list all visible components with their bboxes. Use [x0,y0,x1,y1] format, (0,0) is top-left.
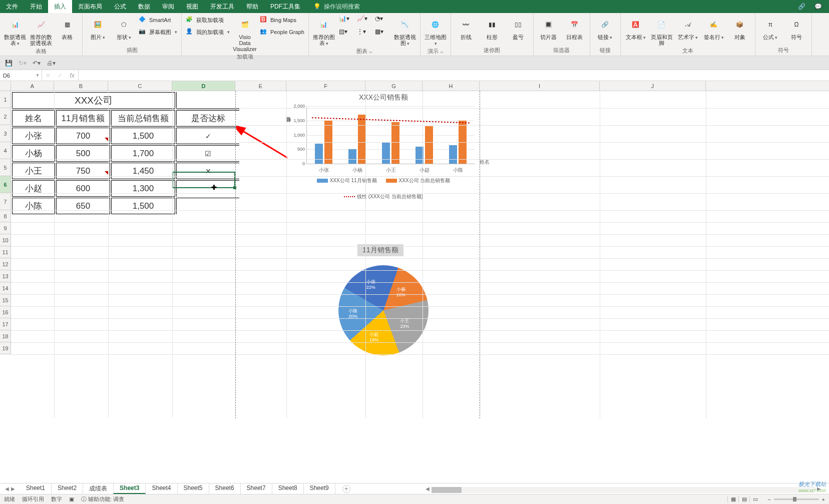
menu-tab-插入[interactable]: 插入 [48,0,72,13]
smartart-button[interactable]: 🔷SmartArt [139,15,177,25]
column-header[interactable]: A [11,81,54,91]
comment-indicator-icon[interactable] [105,138,108,141]
redo-icon[interactable]: ↻▾ [19,60,27,67]
row-header[interactable]: 8 [0,210,11,222]
get-addins-button[interactable]: 🧩获取加载项 [186,15,230,25]
column-chart-icon[interactable]: 📊▾ [339,15,354,26]
menu-tab-文件[interactable]: 文件 [0,0,24,13]
row-header[interactable]: 11 [0,246,11,258]
sparkline-winloss-button[interactable]: ▯▯盈亏 [507,15,529,40]
row-header[interactable]: 15 [0,294,11,306]
symbol-button[interactable]: Ω符号 [785,15,807,40]
pictures-button[interactable]: 🖼️图片▾ [87,15,109,41]
menu-tab-数据[interactable]: 数据 [132,0,156,13]
screenshot-button[interactable]: 📷屏幕截图▾ [139,27,177,37]
row-header[interactable]: 4 [0,142,11,159]
row-header[interactable]: 3 [0,125,11,142]
name-box[interactable]: D6▼ [0,70,42,81]
menu-tab-开发工具[interactable]: 开发工具 [204,0,240,13]
fx-icon[interactable]: fx [66,71,78,80]
sheet-tab[interactable]: Sheet5 [178,483,209,494]
sheet-tab[interactable]: Sheet8 [272,483,304,494]
row-header[interactable]: 14 [0,282,11,294]
comments-icon[interactable]: 💬 [814,3,822,10]
sparkline-line-button[interactable]: 〰️折线 [455,15,477,40]
table-button[interactable]: ▦表格 [56,15,78,40]
wordart-button[interactable]: 𝒜艺术字▾ [677,15,699,41]
column-header[interactable]: I [480,81,600,91]
save-icon[interactable]: 💾 [5,60,13,67]
recommended-charts-button[interactable]: 📊推荐的图表▾ [313,15,335,47]
sheet-tab[interactable]: Sheet2 [52,483,83,494]
recommended-pivot-button[interactable]: 📈推荐的数据透视表 [30,15,52,46]
spreadsheet-grid[interactable]: ABCDEFGHIJ 12345678910111213141516171819… [0,81,829,418]
bing-maps-button[interactable]: 🅱️Bing Maps [260,15,304,25]
row-header[interactable]: 1 [0,91,11,108]
textbox-button[interactable]: 🅰️文本框▾ [625,15,647,41]
people-graph-button[interactable]: 👥People Graph [260,27,304,37]
zoom-slider[interactable]: −+ [767,496,825,502]
row-header[interactable]: 18 [0,330,11,342]
row-header[interactable]: 2 [0,108,11,125]
undo-icon[interactable]: ↶▾ [33,60,41,67]
comment-indicator-icon[interactable] [105,171,108,175]
header-footer-button[interactable]: 📄页眉和页脚 [651,15,673,46]
row-header[interactable]: 9 [0,222,11,234]
object-button[interactable]: 📦对象 [729,15,751,40]
column-header[interactable]: E [235,81,286,91]
column-header[interactable]: G [365,81,423,91]
visio-button[interactable]: 🗂️Visio Data Visualizer [234,15,256,52]
menu-tab-PDF工具集[interactable]: PDF工具集 [264,0,306,13]
macro-record-icon[interactable]: ▣ [69,496,74,502]
tell-me-search[interactable]: 💡 操作说明搜索 [306,0,367,13]
row-header[interactable]: 16 [0,306,11,318]
horizontal-scrollbar[interactable]: ◀ ▶ [426,486,821,494]
sheet-tab[interactable]: Sheet1 [20,483,52,494]
row-header[interactable]: 19 [0,342,11,354]
row-header[interactable]: 5 [0,159,11,176]
row-header[interactable]: 10 [0,234,11,246]
treemap-icon[interactable]: ▤▾ [339,28,354,39]
surface-icon[interactable]: ▩▾ [375,28,390,39]
sheet-nav[interactable]: ◀▶ [0,486,20,491]
timeline-button[interactable]: 📅日程表 [564,15,586,40]
sheet-tab[interactable]: Sheet9 [304,483,335,494]
pivot-table-button[interactable]: 📊数据透视表▾ [4,15,26,47]
sparkline-column-button[interactable]: ▮▮柱形 [481,15,503,40]
sheet-tab[interactable]: Sheet7 [241,483,272,494]
menu-tab-公式[interactable]: 公式 [108,0,132,13]
3dmap-button[interactable]: 🌐三维地图▾ [425,15,447,47]
sheet-tab[interactable]: Sheet6 [209,483,241,494]
formula-input[interactable] [79,70,829,81]
shapes-button[interactable]: ⬠形状▾ [113,15,135,41]
column-header[interactable]: F [286,81,365,91]
menu-tab-开始[interactable]: 开始 [24,0,48,13]
accessibility-icon[interactable]: ⓘ 辅助功能: 调查 [81,495,124,503]
link-button[interactable]: 🔗链接▾ [594,15,616,41]
new-sheet-button[interactable]: + [342,485,350,493]
data-table[interactable]: XXX公司姓名11月销售额当前总销售额是否达标小张7001,500✓小杨5001… [11,91,240,215]
sheet-tab[interactable]: 成绩表 [83,483,114,494]
slicer-button[interactable]: 🔳切片器 [538,15,560,40]
menu-tab-帮助[interactable]: 帮助 [240,0,264,13]
pie-chart-icon[interactable]: ◔▾ [375,15,390,26]
column-header[interactable]: D [172,81,235,91]
pie-chart[interactable]: 11月销售额 小张22%小杨16%小王23%小赵19%小陈20% [287,239,480,357]
column-headers[interactable]: ABCDEFGHIJ [11,81,829,91]
sheet-tab[interactable]: Sheet3 [114,483,146,494]
row-header[interactable]: 6 [0,176,11,193]
sheet-tab[interactable]: Sheet4 [146,483,177,494]
my-addins-button[interactable]: 👤我的加载项▾ [186,27,230,37]
column-header[interactable]: B [54,81,108,91]
cancel-formula-icon[interactable]: ✕ [42,72,54,79]
menu-tab-视图[interactable]: 视图 [180,0,204,13]
select-all-corner[interactable] [0,81,11,91]
menu-tab-审阅[interactable]: 审阅 [156,0,180,13]
row-header[interactable]: 7 [0,193,11,210]
menu-tab-页面布局[interactable]: 页面布局 [72,0,108,13]
column-header[interactable]: J [600,81,706,91]
row-header[interactable]: 12 [0,258,11,270]
row-header[interactable]: 17 [0,318,11,330]
column-header[interactable]: H [423,81,480,91]
enter-formula-icon[interactable]: ✓ [54,72,66,79]
